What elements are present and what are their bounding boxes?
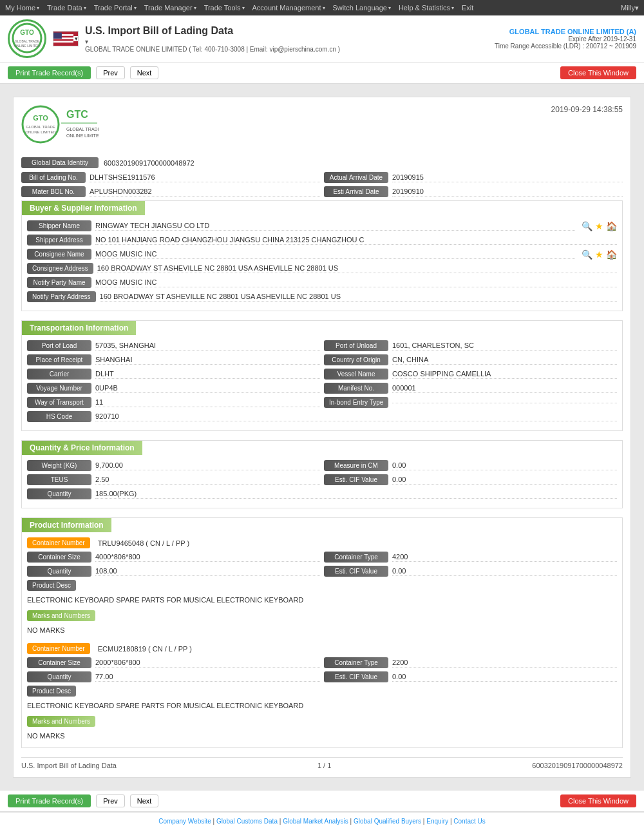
prev-button-bottom[interactable]: Prev <box>96 794 125 807</box>
record-footer-page: 1 / 1 <box>317 762 331 769</box>
shipper-home-icon[interactable]: 🏠 <box>606 221 617 231</box>
voyage-label: Voyage Number <box>27 383 91 394</box>
notify-party-address-label: Notify Party Address <box>27 291 96 302</box>
shipper-star-icon[interactable]: ★ <box>595 221 603 231</box>
page-footer: Company Website | Global Customs Data | … <box>0 812 644 828</box>
container-2-cif-pair: Esti. CIF Value 0.00 <box>324 671 617 682</box>
port-unload-label: Port of Unload <box>324 340 388 351</box>
nav-exit[interactable]: Exit <box>462 4 473 12</box>
nav-trade-tools[interactable]: Trade Tools ▾ <box>204 4 245 12</box>
container-2-number-value: ECMU2180819 ( CN / L / PP ) <box>98 645 192 653</box>
logo-inner: GTO GLOBAL TRADE ONLINE LIMITED <box>11 22 43 56</box>
in-bond-value <box>392 402 617 403</box>
way-transport-value: 11 <box>95 398 320 407</box>
notify-party-address-row: Notify Party Address 160 BROADWAY ST ASH… <box>27 291 617 302</box>
consignee-address-label: Consignee Address <box>27 263 93 274</box>
flag[interactable]: ▾ <box>53 31 79 46</box>
transportation-section: Transportation Information Port of Load … <box>21 320 623 431</box>
manifest-value: 000001 <box>392 384 617 393</box>
svg-rect-7 <box>53 41 73 43</box>
product-info-title: Product Information <box>22 518 111 532</box>
container-1-desc-text: ELECTRONIC KEYBOARD SPARE PARTS FOR MUSI… <box>27 596 617 604</box>
record-footer-id: 60032019091700000048972 <box>532 762 623 769</box>
nav-trade-portal[interactable]: Trade Portal ▾ <box>94 4 137 12</box>
vessel-value: COSCO SHIPPING CAMELLIA <box>392 370 617 379</box>
port-unload-pair: Port of Unload 1601, CHARLESTON, SC <box>324 340 617 351</box>
close-button-bottom[interactable]: Close This Window <box>560 794 636 807</box>
footer-global-customs[interactable]: Global Customs Data <box>216 818 278 825</box>
container-2-type-label: Container Type <box>324 657 388 668</box>
container-1-qty-row: Quantity 108.00 Esti. CIF Value 0.00 <box>27 566 617 577</box>
hs-code-value: 920710 <box>95 412 617 421</box>
teus-label: TEUS <box>27 474 91 485</box>
actual-arrival-value: 20190915 <box>392 173 623 182</box>
footer-global-market[interactable]: Global Market Analysis <box>283 818 348 825</box>
container-2-size-value: 2000*806*800 <box>95 659 320 668</box>
in-bond-label: In-bond Entry Type <box>324 397 388 408</box>
container-2-qty-row: Quantity 77.00 Esti. CIF Value 0.00 <box>27 671 617 682</box>
print-button-bottom[interactable]: Print Trade Record(s) <box>8 794 91 807</box>
next-button-bottom[interactable]: Next <box>130 794 159 807</box>
container-2-size-label: Container Size <box>27 657 91 668</box>
prev-button-top[interactable]: Prev <box>96 66 125 79</box>
container-1-qty-pair: Quantity 108.00 <box>27 566 320 577</box>
nav-account-management[interactable]: Account Management ▾ <box>252 4 325 12</box>
container-1-cif-value: 0.00 <box>392 567 617 576</box>
consignee-star-icon[interactable]: ★ <box>595 249 603 260</box>
container-2-cif-label: Esti. CIF Value <box>324 671 388 682</box>
footer-company-website[interactable]: Company Website <box>158 818 211 825</box>
next-button-top[interactable]: Next <box>130 66 159 79</box>
svg-text:ONLINE LIMITED: ONLINE LIMITED <box>14 44 40 48</box>
nav-trade-data[interactable]: Trade Data ▾ <box>47 4 86 12</box>
consignee-home-icon[interactable]: 🏠 <box>606 249 617 260</box>
measure-pair: Measure in CM 0.00 <box>324 460 617 471</box>
container-2-desc-row: Product Desc ELECTRONIC KEYBOARD SPARE P… <box>27 686 617 709</box>
nav-switch-language[interactable]: Switch Language ▾ <box>333 4 391 12</box>
consignee-search-icon[interactable]: 🔍 <box>582 249 592 260</box>
quantity-row: Quantity 185.00(PKG) <box>27 488 617 499</box>
shipper-search-icon[interactable]: 🔍 <box>582 221 592 231</box>
transport-row: Way of Transport 11 In-bond Entry Type <box>27 397 617 408</box>
main-wrapper: GTO GLOBAL TRADE ONLINE LIMITED GTC GLOB… <box>0 84 644 791</box>
nav-help-statistics[interactable]: Help & Statistics ▾ <box>399 4 454 12</box>
consignee-name-label: Consignee Name <box>27 249 91 260</box>
flag-dropdown-arrow[interactable]: ▾ <box>75 35 78 42</box>
global-data-identity-row: Global Data Identity 6003201909170000004… <box>21 157 623 168</box>
svg-text:GTO: GTO <box>20 29 34 36</box>
consignee-name-row: Consignee Name MOOG MUSIC INC 🔍 ★ 🏠 <box>27 249 617 260</box>
user-name: Milly <box>621 4 635 12</box>
footer-enquiry[interactable]: Enquiry <box>426 818 448 825</box>
vessel-pair: Vessel Name COSCO SHIPPING CAMELLIA <box>324 369 617 380</box>
footer-contact[interactable]: Contact Us <box>453 818 485 825</box>
voyage-pair: Voyage Number 0UP4B <box>27 383 320 394</box>
transportation-title: Transportation Information <box>22 321 136 335</box>
user-dropdown-arrow[interactable]: ▾ <box>635 4 639 12</box>
container-1-cif-label: Esti. CIF Value <box>324 566 388 577</box>
container-1-marks-text: NO MARKS <box>27 626 617 634</box>
nav-language-arrow: ▾ <box>388 5 391 11</box>
container-2-desc-text: ELECTRONIC KEYBOARD SPARE PARTS FOR MUSI… <box>27 702 617 709</box>
weight-value: 9,700.00 <box>95 461 320 470</box>
dropdown-indicator[interactable]: ▾ <box>85 38 88 45</box>
shipper-icons: 🔍 ★ 🏠 <box>582 221 617 231</box>
container-2-type-value: 2200 <box>392 659 617 668</box>
place-receipt-label: Place of Receipt <box>27 354 91 365</box>
nav-trade-manager[interactable]: Trade Manager ▾ <box>144 4 196 12</box>
nav-my-home[interactable]: My Home ▾ <box>5 4 39 12</box>
container-2-qty-label: Quantity <box>27 671 91 682</box>
container-1-type-pair: Container Type 4200 <box>324 552 617 563</box>
container-1-desc-label: Product Desc <box>27 580 76 591</box>
teus-row: TEUS 2.50 Esti. CIF Value 0.00 <box>27 474 617 485</box>
container-1-size-value: 4000*806*800 <box>95 553 320 562</box>
product-info-body: Container Number TRLU9465048 ( CN / L / … <box>22 532 622 747</box>
footer-qualified-buyers[interactable]: Global Qualified Buyers <box>354 818 421 825</box>
nav-help-arrow: ▾ <box>451 5 454 11</box>
container-2-qty-value: 77.00 <box>95 673 320 682</box>
container-1-desc-row: Product Desc ELECTRONIC KEYBOARD SPARE P… <box>27 580 617 604</box>
close-button-top[interactable]: Close This Window <box>560 66 636 79</box>
main-content: GTO GLOBAL TRADE ONLINE LIMITED GTC GLOB… <box>13 97 631 778</box>
way-transport-label: Way of Transport <box>27 397 91 408</box>
print-button-top[interactable]: Print Trade Record(s) <box>8 66 91 79</box>
footer-links: Company Website | Global Customs Data | … <box>8 818 636 825</box>
record-logo: GTO GLOBAL TRADE ONLINE LIMITED GTC GLOB… <box>21 105 99 146</box>
